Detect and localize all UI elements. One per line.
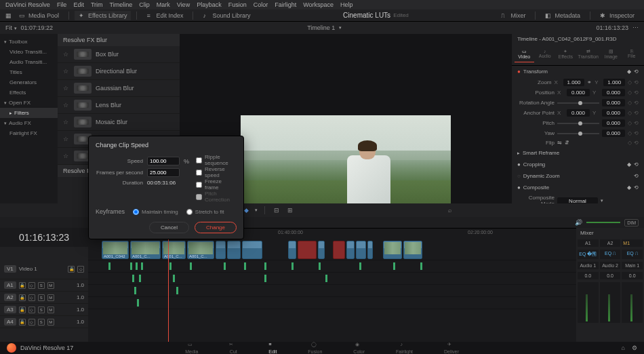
clip[interactable]: [346, 241, 355, 259]
mixer-ch-a2[interactable]: A2: [600, 239, 621, 247]
mixer-fader-a2[interactable]: [600, 282, 621, 323]
clip[interactable]: [298, 241, 317, 259]
tree-titles[interactable]: Titles: [0, 67, 58, 77]
fx-item-lens-blur[interactable]: ☆Lens Blur: [58, 97, 180, 114]
fps-input[interactable]: [147, 168, 180, 177]
menu-help[interactable]: Help: [340, 1, 353, 8]
tree-filters[interactable]: ▸Filters: [0, 108, 58, 118]
effects-library-button[interactable]: ✦Effects Library: [75, 11, 131, 20]
zoom-y-input[interactable]: 1.000: [603, 79, 625, 86]
clip[interactable]: [356, 241, 366, 259]
playhead[interactable]: [168, 228, 169, 342]
media-pool-button[interactable]: ▭Media Pool: [15, 11, 63, 20]
fx-item-mosaic-blur[interactable]: ☆Mosaic Blur: [58, 114, 180, 131]
speaker-icon[interactable]: 🔊: [575, 219, 582, 226]
audio-track-1-lane[interactable]: [88, 260, 576, 273]
clip[interactable]: A001_C...: [130, 241, 161, 259]
freeze-checkbox[interactable]: Freeze frame: [196, 178, 237, 191]
clip[interactable]: A001_C042: [102, 241, 129, 259]
fx-item-directional-blur[interactable]: ☆Directional Blur: [58, 63, 180, 80]
clip[interactable]: [403, 241, 422, 259]
stretch-radio[interactable]: Stretch to fit: [186, 209, 224, 215]
star-icon[interactable]: ☆: [63, 51, 70, 58]
inspector-tab-effects[interactable]: ✦Effects: [556, 46, 576, 62]
link-icon[interactable]: ⚭: [587, 79, 592, 85]
menu-timeline[interactable]: Timeline: [110, 1, 133, 8]
star-icon[interactable]: ☆: [63, 119, 70, 125]
clip[interactable]: [288, 241, 296, 259]
clip[interactable]: [333, 241, 345, 259]
zoom-x-input[interactable]: 1.000: [563, 79, 585, 86]
reset-icon[interactable]: ⟲: [634, 68, 639, 75]
dim-button[interactable]: DIM: [624, 219, 639, 227]
audio-track-1-header[interactable]: A1🔒◇SM1.0: [0, 279, 88, 292]
page-media[interactable]: ▭Media: [180, 342, 203, 354]
star-icon[interactable]: ☆: [63, 68, 70, 75]
star-icon[interactable]: ☆: [63, 136, 70, 142]
audio-track-4-header[interactable]: A4🔒◇SM1.0: [0, 316, 88, 328]
video-track-lane[interactable]: A001_C042 A001_C... A001_C... A001_C...: [88, 240, 576, 260]
flip-h-icon[interactable]: ⇋: [557, 140, 562, 146]
menu-fusion[interactable]: Fusion: [228, 1, 247, 8]
star-icon[interactable]: ☆: [63, 85, 70, 92]
page-cut[interactable]: ✂Cut: [224, 342, 243, 354]
clip[interactable]: [383, 241, 402, 259]
keyframe-icon[interactable]: ◇: [628, 79, 632, 85]
timeline-name[interactable]: Timeline 1: [307, 24, 335, 31]
menu-edit[interactable]: Edit: [73, 1, 84, 8]
page-color[interactable]: ◉Color: [348, 342, 370, 354]
v1-badge[interactable]: V1: [4, 265, 16, 273]
menu-app[interactable]: DaVinci Resolve: [5, 1, 50, 8]
metadata-button[interactable]: ◧Metadata: [541, 11, 584, 20]
yaw-input[interactable]: 0.000: [602, 130, 625, 137]
inspector-transform-header[interactable]: ●Transform◆⟲: [512, 66, 644, 77]
inspector-button[interactable]: ✱Inspector: [596, 11, 639, 20]
zoom-out-icon[interactable]: ⊟: [272, 205, 281, 215]
inspector-tab-image[interactable]: ▧Image: [601, 46, 621, 62]
tree-effects[interactable]: Effects: [0, 87, 58, 98]
flip-v-icon[interactable]: ⇵: [565, 140, 569, 146]
speed-input[interactable]: [147, 157, 180, 165]
mixer-fader-main[interactable]: [622, 282, 643, 323]
clip[interactable]: [227, 241, 241, 259]
rotation-slider[interactable]: [557, 102, 599, 104]
reset-icon[interactable]: ⟲: [634, 79, 639, 85]
clip[interactable]: [318, 241, 325, 259]
tree-audio-trans[interactable]: Audio Transiti...: [0, 57, 58, 67]
tree-fairlight[interactable]: Fairlight FX: [0, 128, 58, 138]
timeline-tracks[interactable]: 01:00:00:00 01:40:00:00 02:20:00:00 A001…: [88, 228, 576, 342]
menu-trim[interactable]: Trim: [91, 1, 103, 8]
maintain-radio[interactable]: Maintain timing: [133, 209, 178, 215]
audio-track-3-lane[interactable]: [88, 285, 576, 297]
page-fairlight[interactable]: ♪Fairlight: [390, 342, 418, 354]
anchor-y-input[interactable]: 0.000: [602, 109, 625, 117]
menu-workspace[interactable]: Workspace: [303, 1, 334, 8]
tree-audiofx[interactable]: ▾Audio FX: [0, 118, 58, 128]
pos-y-input[interactable]: 0.000: [602, 89, 625, 96]
inspector-smart-reframe[interactable]: ▸Smart Reframe: [512, 147, 644, 159]
yaw-slider[interactable]: [557, 133, 599, 134]
fit-dropdown[interactable]: Fit ▾: [5, 24, 17, 31]
menu-file[interactable]: File: [57, 1, 67, 8]
search-icon[interactable]: ⌕: [445, 205, 454, 215]
mixer-ch-main[interactable]: M1: [622, 239, 643, 247]
menu-color[interactable]: Color: [254, 1, 268, 8]
menu-playback[interactable]: Playback: [197, 1, 222, 8]
clip[interactable]: [367, 241, 373, 259]
clip[interactable]: A001_C...: [162, 241, 186, 259]
cancel-button[interactable]: Cancel: [149, 222, 189, 233]
tree-generators[interactable]: Generators: [0, 77, 58, 87]
mixer-button[interactable]: ⎍Mixer: [497, 11, 529, 20]
mixer-ch-a1[interactable]: A1: [578, 239, 599, 247]
video-track-header[interactable]: V1 Video 1 🔒 ◇: [0, 259, 88, 279]
home-icon[interactable]: ⌂: [622, 345, 625, 351]
clip[interactable]: [242, 241, 262, 259]
pos-x-input[interactable]: 0.000: [567, 89, 590, 96]
audio-track-2-header[interactable]: A2🔒◇SM1.0: [0, 292, 88, 304]
menu-clip[interactable]: Clip: [139, 1, 150, 8]
audio-track-4-lane[interactable]: [88, 297, 576, 309]
fx-item-box-blur[interactable]: ☆Box Blur: [58, 46, 180, 63]
viewer-options-icon[interactable]: ⋯: [632, 24, 639, 31]
keyframe-icon[interactable]: ◆: [627, 68, 631, 75]
tree-openfx[interactable]: ▾Open FX: [0, 98, 58, 108]
